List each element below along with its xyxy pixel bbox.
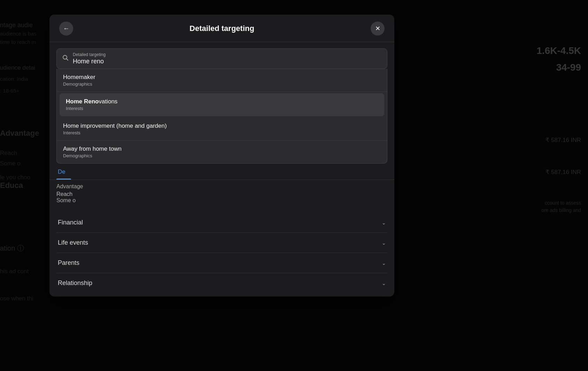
result-home-improvement-category: Interests [63, 130, 381, 135]
result-home-renovations-category: Interests [66, 106, 378, 111]
tab-de[interactable]: De [56, 164, 71, 180]
result-home-renovations-bold: Home Reno [66, 98, 99, 105]
section-life-events-label: Life events [58, 239, 88, 246]
section-parents[interactable]: Parents ⌄ [56, 253, 387, 273]
chevron-life-events-icon: ⌄ [382, 240, 386, 246]
result-homemaker-category: Demographics [63, 81, 381, 87]
back-button[interactable]: ← [59, 22, 73, 35]
back-icon: ← [63, 25, 69, 32]
result-homemaker[interactable]: Homemaker Demographics [57, 69, 387, 92]
result-home-improvement-name: Home improvement (home and garden) [63, 123, 381, 129]
result-home-renovations[interactable]: Home Renovations Interests [60, 93, 384, 116]
detailed-targeting-modal: ← Detailed targeting ✕ Detailed targetin… [49, 15, 394, 297]
search-value: Home reno [73, 58, 106, 65]
result-away-from-home[interactable]: Away from home town Demographics [57, 141, 387, 163]
section-financial-label: Financial [58, 219, 83, 226]
chevron-parents-icon: ⌄ [382, 260, 386, 266]
close-button[interactable]: ✕ [371, 22, 385, 35]
section-financial[interactable]: Financial ⌄ [56, 213, 387, 233]
section-relationship[interactable]: Relationship ⌄ [56, 273, 387, 293]
search-container[interactable]: Detailed targeting Home reno [56, 48, 387, 69]
search-icon [62, 55, 69, 63]
tab-de-label: De [58, 168, 65, 175]
result-away-category: Demographics [63, 153, 381, 158]
search-text-group: Detailed targeting Home reno [73, 52, 106, 65]
section-relationship-label: Relationship [58, 279, 92, 287]
advantage-section: Advantage Reach Some o [49, 180, 394, 206]
sections-area: Financial ⌄ Life events ⌄ Parents ⌄ Rela… [49, 209, 394, 297]
svg-line-1 [67, 59, 68, 61]
close-icon: ✕ [375, 25, 380, 32]
section-life-events[interactable]: Life events ⌄ [56, 233, 387, 253]
search-label: Detailed targeting [73, 52, 106, 57]
reach-sub-text: Some o [56, 197, 387, 204]
result-home-renovations-rest: vations [99, 98, 117, 105]
reach-text: Reach [56, 191, 387, 197]
chevron-financial-icon: ⌄ [382, 220, 386, 226]
result-home-renovations-name: Home Renovations [66, 98, 378, 105]
advantage-text: Advantage [56, 183, 387, 190]
section-parents-label: Parents [58, 259, 79, 267]
dropdown-results: Homemaker Demographics Home Renovations … [56, 69, 387, 164]
modal-title: Detailed targeting [73, 24, 371, 33]
tabs-area: De [49, 164, 394, 180]
modal-header: ← Detailed targeting ✕ [49, 15, 394, 42]
result-away-name: Away from home town [63, 145, 381, 152]
result-homemaker-name: Homemaker [63, 74, 381, 81]
result-home-improvement[interactable]: Home improvement (home and garden) Inter… [57, 118, 387, 141]
chevron-relationship-icon: ⌄ [382, 281, 386, 286]
